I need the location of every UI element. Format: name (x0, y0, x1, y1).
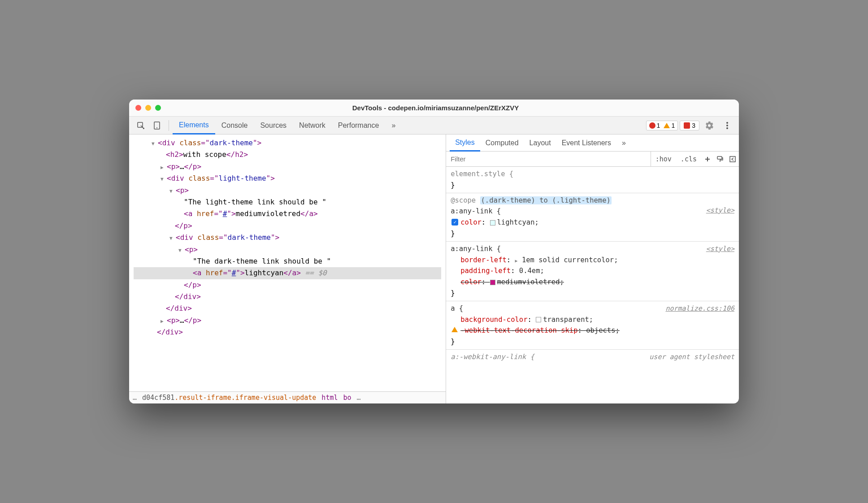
plus-icon[interactable] (701, 156, 714, 162)
error-badge: 1 (649, 122, 660, 129)
tab-listeners[interactable]: Event Listeners (556, 134, 616, 151)
svg-point-5 (726, 127, 728, 129)
css-property-overridden[interactable]: color: mediumvioletred; (451, 277, 734, 288)
tab-styles[interactable]: Styles (450, 135, 480, 152)
source-link[interactable]: normalize.css:106 (665, 303, 734, 314)
style-rule[interactable]: element.style { } (446, 167, 739, 193)
kebab-icon[interactable] (721, 119, 733, 132)
svg-rect-8 (717, 156, 722, 159)
style-rule[interactable]: @scope (.dark-theme) to (.light-theme) a… (446, 193, 739, 242)
css-property[interactable]: padding-left: 0.4em; (451, 265, 734, 277)
source-link[interactable]: <style> (706, 205, 734, 216)
dom-node[interactable]: ▶<p>…</p> (134, 161, 441, 173)
dom-node[interactable]: </div> (134, 291, 441, 303)
separator (169, 120, 169, 131)
dom-node[interactable]: <a href="#">mediumvioletred</a> (134, 208, 441, 220)
svg-rect-9 (730, 156, 735, 162)
titlebar: DevTools - codepen.io/miriamsuzanne/pen/… (129, 100, 739, 117)
device-icon[interactable] (151, 119, 163, 132)
dom-text[interactable]: "The dark-theme link should be " (134, 256, 441, 267)
dom-node[interactable]: ▼<p> (134, 244, 441, 256)
dom-node[interactable]: ▼<div class="dark-theme"> (134, 232, 441, 243)
style-rule[interactable]: a { normalize.css:106 background-color: … (446, 301, 739, 350)
dom-node[interactable]: </div> (134, 303, 441, 314)
dom-node[interactable]: ▼<div class="dark-theme"> (134, 137, 441, 149)
computed-toggle-icon[interactable] (726, 156, 739, 163)
dom-node-selected[interactable]: <a href="#">lightcyan</a> == $0 (134, 267, 441, 279)
issues-badge[interactable]: 3 (680, 121, 699, 130)
dom-text[interactable]: "The light-theme link should be " (134, 196, 441, 208)
css-property[interactable]: color: lightcyan; (451, 217, 734, 228)
scope-line: @scope (.dark-theme) to (.light-theme) (451, 195, 734, 206)
breadcrumb-ellipsis[interactable]: … (357, 394, 361, 402)
tab-performance[interactable]: Performance (332, 117, 386, 134)
paint-icon[interactable] (714, 156, 726, 163)
breadcrumb-item[interactable]: html (321, 394, 338, 402)
tab-elements[interactable]: Elements (173, 117, 215, 134)
source-link: user agent stylesheet (649, 351, 734, 362)
elements-panel: ▼<div class="dark-theme"> <h2>with scope… (129, 134, 446, 403)
dom-node[interactable]: </div> (134, 326, 441, 338)
dom-tree[interactable]: ▼<div class="dark-theme"> <h2>with scope… (129, 134, 446, 391)
dom-node[interactable]: ▼<div class="light-theme"> (134, 173, 441, 184)
tab-network[interactable]: Network (293, 117, 332, 134)
dom-node[interactable]: <h2>with scope</h2> (134, 149, 441, 160)
tab-layout[interactable]: Layout (524, 134, 556, 151)
tab-more[interactable]: » (385, 117, 402, 134)
styles-rules[interactable]: element.style { } @scope (.dark-theme) t… (446, 167, 739, 403)
css-property[interactable]: border-left: ▶ 1em solid currentcolor; (451, 255, 734, 266)
inspect-icon[interactable] (135, 119, 147, 132)
tab-more[interactable]: » (616, 134, 631, 151)
brace: } (451, 228, 734, 239)
tab-computed[interactable]: Computed (480, 134, 524, 151)
warning-badge: 1 (664, 122, 675, 129)
styles-tabs: Styles Computed Layout Event Listeners » (446, 134, 739, 152)
brace: } (451, 288, 734, 299)
tab-console[interactable]: Console (215, 117, 254, 134)
breadcrumb-item[interactable]: d04cf581.result-iframe.iframe-visual-upd… (142, 394, 316, 402)
hov-button[interactable]: :hov (651, 155, 676, 163)
color-swatch[interactable] (490, 280, 495, 285)
dom-node[interactable]: ▼<p> (134, 185, 441, 196)
dom-node[interactable]: </p> (134, 220, 441, 232)
main-panels: ▼<div class="dark-theme"> <h2>with scope… (129, 134, 739, 403)
gear-icon[interactable] (703, 119, 716, 132)
devtools-window: DevTools - codepen.io/miriamsuzanne/pen/… (129, 100, 739, 403)
svg-point-4 (726, 125, 728, 126)
styles-panel: Styles Computed Layout Event Listeners »… (446, 134, 739, 403)
selector: a:any-link { (451, 206, 734, 217)
console-badges[interactable]: 1 1 (646, 121, 678, 130)
color-swatch[interactable] (536, 317, 541, 322)
color-swatch[interactable] (490, 220, 495, 225)
breadcrumb-ellipsis[interactable]: … (133, 394, 137, 402)
expand-icon[interactable]: ▶ (515, 258, 518, 263)
toolbar-right: 1 1 3 (646, 119, 735, 132)
filter-bar: :hov .cls (446, 152, 739, 167)
css-property[interactable]: background-color: transparent; (451, 314, 734, 325)
style-rule[interactable]: a:-webkit-any-link { user agent styleshe… (446, 350, 739, 364)
brace: } (451, 336, 734, 347)
dom-node[interactable]: ▶<p>…</p> (134, 315, 441, 326)
window-title: DevTools - codepen.io/miriamsuzanne/pen/… (139, 104, 733, 112)
filter-input[interactable] (446, 152, 651, 166)
cls-button[interactable]: .cls (676, 155, 701, 163)
dom-node[interactable]: </p> (134, 279, 441, 291)
checkbox-icon[interactable] (451, 219, 458, 225)
svg-point-3 (726, 122, 728, 124)
css-property-invalid[interactable]: -webkit-text-decoration-skip: objects; (451, 325, 734, 336)
breadcrumbs[interactable]: … d04cf581.result-iframe.iframe-visual-u… (129, 391, 446, 403)
main-tabs: Elements Console Sources Network Perform… (173, 117, 402, 134)
tab-sources[interactable]: Sources (254, 117, 293, 134)
selector: element.style { (451, 169, 734, 180)
style-rule[interactable]: a:any-link { <style> border-left: ▶ 1em … (446, 242, 739, 301)
warning-icon (451, 327, 458, 332)
breadcrumb-item[interactable]: bo (343, 394, 351, 402)
source-link[interactable]: <style> (706, 243, 734, 254)
main-toolbar: Elements Console Sources Network Perform… (129, 117, 739, 134)
selector: a:any-link { (451, 243, 734, 255)
brace: } (451, 180, 734, 191)
